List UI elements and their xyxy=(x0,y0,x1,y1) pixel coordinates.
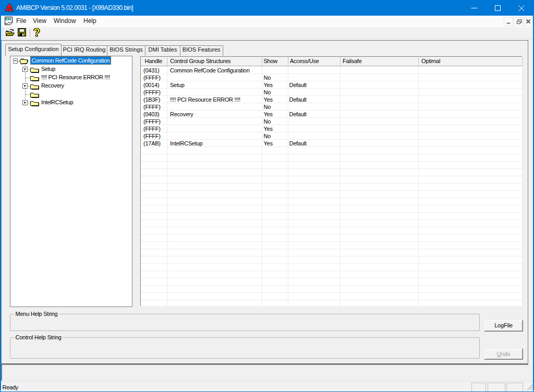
svg-text:ROM: ROM xyxy=(5,17,11,21)
